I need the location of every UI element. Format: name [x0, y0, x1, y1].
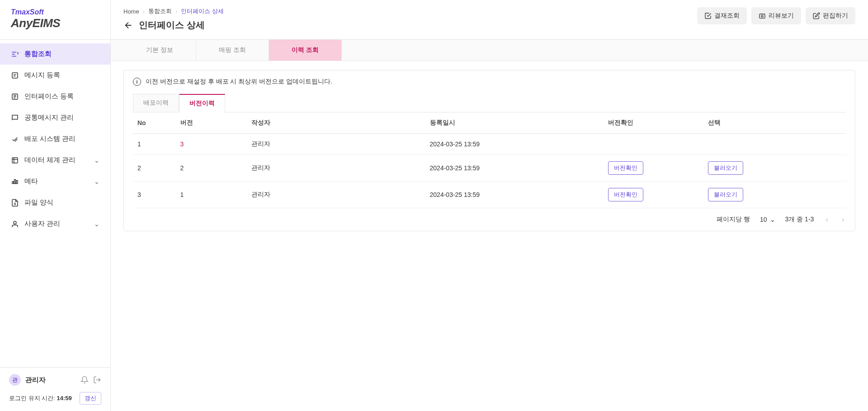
svg-rect-2 — [12, 158, 18, 163]
rows-per-page-select[interactable]: 10 ⌄ — [760, 216, 775, 223]
nav-label: 메타 — [24, 177, 89, 186]
sidebar-item-0[interactable]: 통합조회 — [0, 43, 110, 65]
nav-label: 메시지 등록 — [24, 71, 99, 79]
logout-icon[interactable] — [93, 376, 101, 384]
tab-1[interactable]: 매핑 조회 — [196, 40, 269, 61]
sidebar-item-3[interactable]: 공통메시지 관리 — [0, 107, 110, 128]
nav-icon — [11, 177, 19, 186]
cell-select: 불러오기 — [703, 182, 846, 208]
chevron-down-icon: ⌄ — [94, 157, 99, 164]
breadcrumb-home[interactable]: Home — [123, 8, 139, 15]
breadcrumb-parent[interactable]: 통합조회 — [148, 7, 172, 15]
cell-no: 1 — [133, 134, 176, 155]
nav-icon — [11, 220, 19, 228]
nav-label: 사용자 관리 — [24, 220, 89, 228]
cell-version: 3 — [176, 134, 247, 155]
edit-icon — [813, 12, 820, 19]
page-prev-icon[interactable]: ‹ — [824, 215, 830, 224]
breadcrumb-current: 인터페이스 상세 — [181, 7, 224, 15]
nav-icon — [11, 135, 19, 143]
chevron-down-icon: ⌄ — [94, 220, 99, 228]
load-button[interactable]: 불러오기 — [708, 188, 743, 201]
col-0: No — [133, 112, 176, 134]
refresh-button[interactable]: 갱신 — [80, 392, 101, 405]
cell-no: 2 — [133, 155, 176, 182]
cell-date: 2024-03-25 13:59 — [425, 134, 604, 155]
nav-icon — [11, 93, 19, 101]
sidebar-item-6[interactable]: 메타⌄ — [0, 171, 110, 192]
svg-rect-0 — [12, 73, 18, 78]
cell-check: 버전확인 — [604, 182, 703, 208]
nav-label: 공통메시지 관리 — [24, 113, 99, 122]
review-button[interactable]: 리뷰보기 — [751, 7, 801, 24]
session-row: 로그인 유지 시간: 14:59 갱신 — [9, 392, 101, 405]
nav-icon — [11, 71, 19, 79]
cell-author: 관리자 — [247, 155, 425, 182]
cell-check — [604, 134, 703, 155]
nav-label: 배포 시스템 관리 — [24, 135, 99, 143]
version-check-button[interactable]: 버전확인 — [608, 161, 643, 175]
sub-tabs: 배포이력버전이력 — [133, 94, 846, 112]
avatar: 관 — [9, 374, 21, 386]
history-table: No버전작성자등록일시버전확인선택 13관리자2024-03-25 13:592… — [133, 112, 846, 208]
bell-icon[interactable] — [80, 376, 89, 384]
approval-button[interactable]: 결재조회 — [697, 7, 747, 24]
nav-label: 통합조회 — [24, 50, 99, 58]
sidebar-footer: 관 관리자 로그인 유지 시간: 14:59 갱신 — [0, 367, 110, 411]
sidebar-item-5[interactable]: 데이터 체계 관리⌄ — [0, 149, 110, 171]
header: Home › 통합조회 › 인터페이스 상세 인터페이스 상세 결재조회 — [111, 0, 868, 31]
tab-0[interactable]: 기본 정보 — [123, 40, 196, 61]
chevron-right-icon: › — [175, 8, 177, 15]
nav: 통합조회메시지 등록인터페이스 등록공통메시지 관리배포 시스템 관리데이터 체… — [0, 40, 110, 367]
main: Home › 통합조회 › 인터페이스 상세 인터페이스 상세 결재조회 — [111, 0, 868, 411]
page-range: 3개 중 1-3 — [785, 215, 814, 224]
sidebar-item-2[interactable]: 인터페이스 등록 — [0, 86, 110, 107]
nav-label: 인터페이스 등록 — [24, 92, 99, 101]
brand-product: AnyEIMS — [11, 16, 99, 30]
content-panel: i 이전 버전으로 재설정 후 배포 시 최상위 버전으로 업데이트됩니다. 배… — [123, 70, 855, 231]
version-check-button[interactable]: 버전확인 — [608, 188, 643, 201]
cell-date: 2024-03-25 13:59 — [425, 182, 604, 208]
nav-label: 데이터 체계 관리 — [24, 156, 89, 164]
page-next-icon[interactable]: › — [840, 215, 846, 224]
cell-select — [703, 134, 846, 155]
nav-label: 파일 양식 — [24, 198, 99, 207]
nav-icon — [11, 199, 19, 207]
col-1: 버전 — [176, 112, 247, 134]
nav-icon — [11, 114, 19, 122]
chevron-down-icon: ⌄ — [94, 178, 99, 185]
info-message: 이전 버전으로 재설정 후 배포 시 최상위 버전으로 업데이트됩니다. — [146, 78, 332, 86]
table-row: 22관리자2024-03-25 13:59버전확인불러오기 — [133, 155, 846, 182]
sub-tab-0[interactable]: 배포이력 — [133, 94, 179, 112]
table-row: 13관리자2024-03-25 13:59 — [133, 134, 846, 155]
nav-icon — [11, 50, 19, 58]
cell-author: 관리자 — [247, 134, 425, 155]
session-time: 14:59 — [57, 395, 71, 402]
cell-date: 2024-03-25 13:59 — [425, 155, 604, 182]
session-label: 로그인 유지 시간: — [9, 395, 55, 402]
tab-2[interactable]: 이력 조회 — [269, 40, 342, 61]
sub-tab-1[interactable]: 버전이력 — [179, 94, 225, 112]
cell-author: 관리자 — [247, 182, 425, 208]
sidebar-item-8[interactable]: 사용자 관리⌄ — [0, 213, 110, 234]
cell-no: 3 — [133, 182, 176, 208]
sidebar-item-7[interactable]: 파일 양식 — [0, 192, 110, 213]
breadcrumb: Home › 통합조회 › 인터페이스 상세 — [123, 7, 224, 15]
svg-rect-4 — [760, 14, 765, 18]
page-title: 인터페이스 상세 — [139, 19, 205, 31]
sidebar-item-4[interactable]: 배포 시스템 관리 — [0, 128, 110, 149]
sidebar-item-1[interactable]: 메시지 등록 — [0, 65, 110, 86]
back-arrow-icon[interactable] — [123, 20, 133, 30]
camera-icon — [759, 12, 766, 19]
main-tabs: 기본 정보매핑 조회이력 조회 — [111, 39, 868, 61]
info-icon: i — [133, 78, 141, 86]
col-4: 버전확인 — [604, 112, 703, 134]
pagination: 페이지당 행 10 ⌄ 3개 중 1-3 ‹ › — [133, 208, 846, 225]
edit-button[interactable]: 편집하기 — [806, 7, 855, 24]
load-button[interactable]: 불러오기 — [708, 161, 743, 175]
cell-select: 불러오기 — [703, 155, 846, 182]
cell-check: 버전확인 — [604, 155, 703, 182]
checklist-icon — [704, 12, 712, 19]
cell-version: 1 — [176, 182, 247, 208]
col-3: 등록일시 — [425, 112, 604, 134]
